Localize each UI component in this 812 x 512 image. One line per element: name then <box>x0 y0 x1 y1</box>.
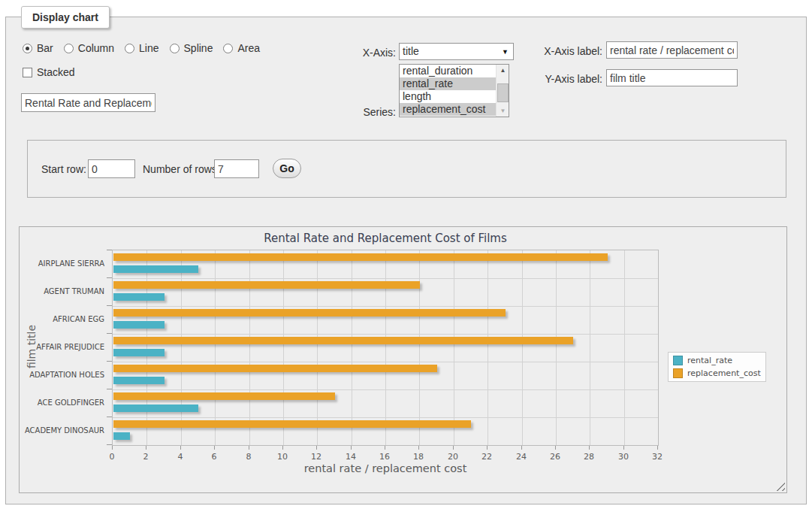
y-tick-mark <box>107 277 112 278</box>
x-tick-mark <box>589 446 590 450</box>
x-tick-label: 16 <box>373 452 396 462</box>
gridline <box>522 250 523 445</box>
scroll-down-icon[interactable]: ▼ <box>497 105 509 117</box>
radio-bar[interactable] <box>23 44 32 53</box>
gridline <box>283 250 284 445</box>
bar-rental_rate <box>113 349 165 356</box>
bar-replacement_cost <box>113 253 608 261</box>
gridline <box>181 250 182 445</box>
radio-label-line: Line <box>139 42 158 54</box>
x-tick-mark <box>351 446 352 450</box>
category-label: AIRPLANE SIERRA <box>38 259 104 268</box>
radio-label-bar: Bar <box>37 42 53 54</box>
category-label: ACADEMY DINOSAUR <box>25 426 104 435</box>
series-listbox[interactable]: rental_durationrental_ratelengthreplacem… <box>399 64 509 117</box>
y-tick-mark <box>107 417 112 417</box>
series-listbox-label: Series: <box>308 106 396 118</box>
x-tick-label: 18 <box>407 452 430 462</box>
x-tick-mark <box>418 446 419 450</box>
y-tick-mark <box>107 305 112 306</box>
legend-item-replacement_cost: replacement_cost <box>673 368 761 378</box>
radio-label-spline: Spline <box>184 42 213 54</box>
gridline <box>590 250 590 445</box>
gridline <box>488 250 488 445</box>
x-tick-mark <box>385 446 385 450</box>
bar-rental_rate <box>113 377 165 384</box>
row-range-panel <box>27 140 786 198</box>
x-tick-mark <box>453 446 454 450</box>
x-tick-label: 12 <box>305 452 328 462</box>
series-option-rental_duration[interactable]: rental_duration <box>400 65 497 77</box>
y-axis-label-field-label: Y-Axis label: <box>511 73 602 85</box>
chart-plot-area <box>112 250 659 446</box>
gridline <box>215 250 216 445</box>
bar-replacement_cost <box>113 309 506 317</box>
x-tick-mark <box>214 446 215 450</box>
gridline <box>113 278 658 279</box>
radio-area[interactable] <box>223 44 233 53</box>
stacked-row: Stacked <box>23 66 75 78</box>
chart-title: Rental Rate and Replacement Cost of Film… <box>112 232 659 245</box>
start-row-input[interactable] <box>88 159 135 178</box>
x-tick-mark <box>487 446 488 450</box>
x-axis-selected-value: title <box>403 45 419 57</box>
category-label: AFRICAN EGG <box>53 315 104 323</box>
y-axis-label-input[interactable] <box>606 69 738 86</box>
gridline <box>419 250 420 445</box>
x-axis-title: rental rate / replacement cost <box>112 462 659 474</box>
scroll-up-icon[interactable]: ▲ <box>497 65 509 76</box>
legend-label: replacement_cost <box>687 368 761 378</box>
x-tick-mark <box>555 446 556 450</box>
radio-column[interactable] <box>64 44 74 53</box>
number-of-rows-input[interactable] <box>214 159 259 178</box>
x-tick-mark <box>146 446 146 450</box>
x-tick-label: 0 <box>101 452 123 462</box>
radio-line[interactable] <box>125 44 134 53</box>
bar-rental_rate <box>113 404 198 412</box>
bar-replacement_cost <box>113 420 471 428</box>
series-option-replacement_cost[interactable]: replacement_cost <box>400 103 497 116</box>
x-tick-label: 2 <box>134 452 157 462</box>
stacked-checkbox[interactable] <box>23 68 32 77</box>
gridline <box>352 250 352 445</box>
gridline <box>113 389 658 390</box>
series-option-length[interactable]: length <box>400 90 497 103</box>
gridline <box>113 334 658 335</box>
category-label: ACE GOLDFINGER <box>38 398 104 407</box>
resize-handle-icon[interactable] <box>776 482 785 491</box>
number-of-rows-label: Number of rows: <box>143 163 220 175</box>
gridline <box>317 250 318 445</box>
go-button[interactable]: Go <box>273 159 301 178</box>
x-tick-mark <box>180 446 181 450</box>
bar-rental_rate <box>113 432 130 440</box>
listbox-scrollbar[interactable]: ▲ ▼ <box>496 65 509 117</box>
x-tick-label: 4 <box>169 452 192 462</box>
x-tick-label: 22 <box>475 452 498 462</box>
radio-spline[interactable] <box>170 44 180 53</box>
radio-label-area: Area <box>237 42 260 54</box>
legend-swatch-rental_rate <box>673 356 683 365</box>
x-tick-label: 26 <box>544 452 566 462</box>
legend-item-rental_rate: rental_rate <box>673 356 761 365</box>
x-tick-label: 20 <box>442 452 464 462</box>
category-label: AGENT TRUMAN <box>44 287 104 295</box>
x-tick-label: 28 <box>578 452 600 462</box>
bar-replacement_cost <box>113 392 335 400</box>
x-tick-label: 10 <box>271 452 294 462</box>
x-axis-label-input[interactable] <box>606 41 738 59</box>
radio-label-column: Column <box>78 42 114 54</box>
category-label: AFFAIR PREJUDICE <box>36 343 104 351</box>
scrollbar-thumb[interactable] <box>497 83 509 102</box>
x-tick-label: 14 <box>340 452 362 462</box>
x-axis-label-field-label: X-Axis label: <box>511 45 602 57</box>
category-label: ADAPTATION HOLES <box>29 371 104 379</box>
series-options: rental_durationrental_ratelengthreplacem… <box>400 65 509 116</box>
legend-swatch-replacement_cost <box>673 368 683 378</box>
series-option-rental_rate[interactable]: rental_rate <box>400 77 497 90</box>
bar-rental_rate <box>113 265 198 273</box>
chart-legend: rental_ratereplacement_cost <box>668 352 766 382</box>
x-axis-select[interactable]: title ▼ <box>399 43 514 60</box>
y-tick-mark <box>107 444 112 445</box>
chart-title-input[interactable] <box>21 93 155 112</box>
x-tick-mark <box>282 446 283 450</box>
